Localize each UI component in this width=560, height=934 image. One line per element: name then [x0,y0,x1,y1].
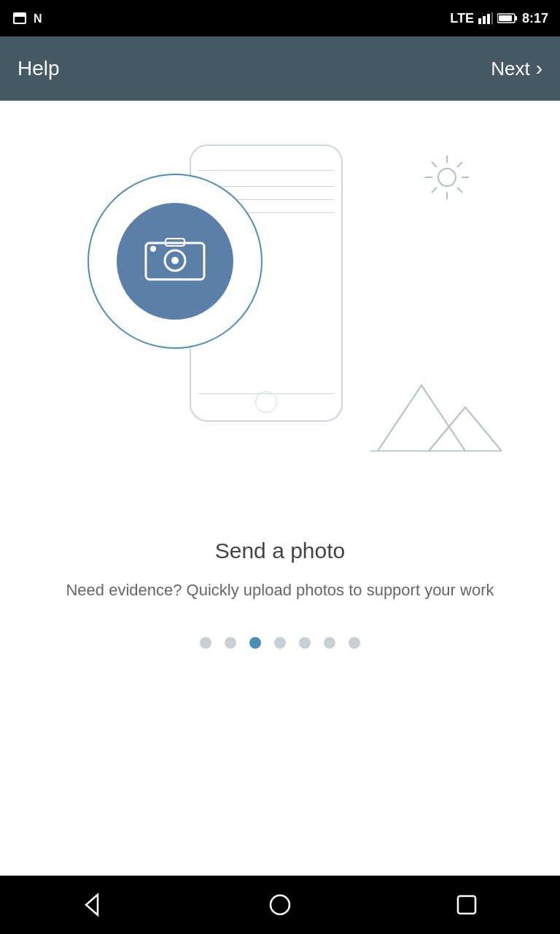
signal-icon [478,12,493,24]
svg-rect-8 [515,16,517,20]
back-icon [80,892,106,918]
svg-line-18 [432,188,437,193]
recent-button[interactable] [454,892,480,918]
phone-top-bar [198,161,334,171]
mountains-icon [370,363,502,458]
n-icon: N [34,12,48,24]
status-right: LTE 8:17 [450,11,548,26]
svg-line-16 [457,188,462,193]
send-photo-description: Need evidence? Quickly upload photos to … [66,578,494,602]
main-content: Send a photo Need evidence? Quickly uplo… [0,101,560,876]
svg-line-17 [457,162,462,167]
phone-home-button [255,391,277,413]
back-button[interactable] [80,892,106,918]
svg-rect-9 [499,15,512,21]
recent-icon [454,892,480,918]
bottom-nav [0,876,560,934]
svg-line-15 [432,162,437,167]
dot-4[interactable] [274,637,286,649]
photo-circle-outer [88,174,262,349]
svg-marker-25 [86,895,98,915]
sim-card-icon [12,12,28,24]
home-button[interactable] [267,892,293,918]
help-title: Help [18,57,60,80]
svg-point-26 [271,895,289,914]
dot-5[interactable] [299,637,311,649]
dot-7[interactable] [349,637,360,649]
svg-rect-4 [483,16,486,24]
text-section: Send a photo Need evidence? Quickly uplo… [22,524,537,602]
svg-rect-1 [15,17,25,23]
svg-point-22 [171,257,179,264]
svg-rect-5 [487,14,490,24]
svg-point-10 [438,169,456,186]
svg-point-24 [150,246,156,252]
photo-circle-inner [117,203,233,320]
svg-rect-6 [491,12,493,24]
photo-icon [142,236,208,287]
status-bar: N LTE 8:17 [0,0,560,36]
status-left: N [12,12,48,24]
sun-icon [421,152,472,203]
svg-text:N: N [34,12,42,24]
illustration-container [0,115,560,524]
dot-3-active[interactable] [249,637,261,649]
dot-1[interactable] [200,637,211,649]
send-photo-title: Send a photo [215,539,346,563]
next-chevron-icon: › [536,57,542,80]
app-bar: Help Next › [0,36,560,101]
home-icon [267,892,293,918]
dot-6[interactable] [324,637,335,649]
next-label: Next [491,58,529,80]
svg-rect-27 [458,896,475,914]
next-button[interactable]: Next › [491,57,542,80]
time-label: 8:17 [522,11,548,26]
pagination-dots [200,637,360,649]
battery-icon [497,12,518,24]
dot-2[interactable] [225,637,236,649]
lte-label: LTE [450,11,474,26]
svg-rect-3 [478,18,481,24]
